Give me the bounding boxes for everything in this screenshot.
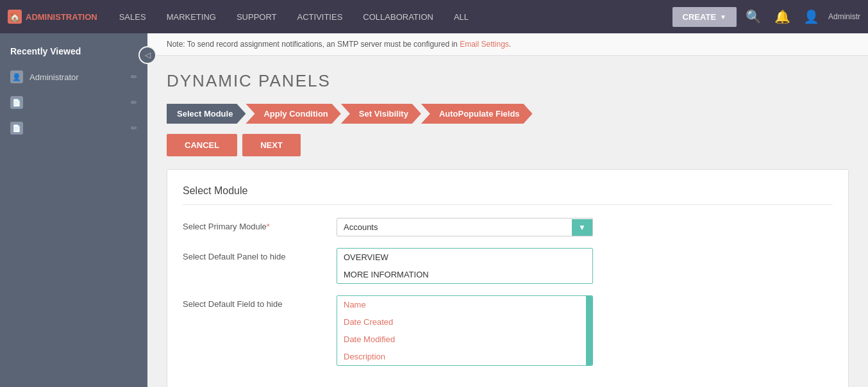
brand-label: ADMINISTRATION — [26, 12, 97, 22]
panel-option-overview[interactable]: OVERVIEW — [337, 249, 592, 266]
primary-module-row: Select Primary Module* Accounts ▼ — [183, 218, 833, 236]
doc1-icon: 📄 — [10, 96, 23, 109]
primary-module-control: Accounts ▼ — [337, 218, 593, 236]
sidebar: ◁ Recently Viewed 👤 Administrator ✏ 📄 ✏ … — [0, 33, 147, 387]
home-icon: 🏠 — [8, 10, 22, 24]
default-panel-listbox[interactable]: OVERVIEW MORE INFORMATION — [337, 248, 593, 284]
nav-sales[interactable]: SALES — [109, 0, 156, 33]
sidebar-collapse-button[interactable]: ◁ — [138, 46, 156, 64]
edit-icon[interactable]: ✏ — [131, 72, 137, 81]
default-panel-label: Select Default Panel to hide — [183, 248, 324, 261]
user-profile-button[interactable]: 👤 — [799, 6, 823, 27]
doc2-icon: 📄 — [10, 122, 23, 135]
search-button[interactable]: 🔍 — [742, 6, 765, 27]
default-field-listbox[interactable]: Name Date Created Date Modified Descript… — [337, 295, 593, 366]
primary-module-select[interactable]: Accounts ▼ — [337, 218, 593, 236]
next-button[interactable]: NEXT — [242, 134, 301, 156]
form-card-title: Select Module — [183, 185, 833, 205]
edit-icon3[interactable]: ✏ — [131, 124, 137, 133]
primary-module-value: Accounts — [337, 218, 572, 236]
field-option-description[interactable]: Description — [337, 348, 592, 365]
nav-marketing[interactable]: MARKETING — [156, 0, 226, 33]
nav-support[interactable]: SUPPORT — [226, 0, 287, 33]
default-field-label: Select Default Field to hide — [183, 295, 324, 309]
layout: ◁ Recently Viewed 👤 Administrator ✏ 📄 ✏ … — [0, 33, 868, 387]
sidebar-item-doc2[interactable]: 📄 ✏ — [0, 115, 147, 141]
default-panel-control: OVERVIEW MORE INFORMATION — [337, 248, 593, 284]
field-options-list: Name Date Created Date Modified Descript… — [337, 296, 592, 365]
form-card: Select Module Select Primary Module* Acc… — [167, 169, 849, 387]
nav-items: SALES MARKETING SUPPORT ACTIVITIES COLLA… — [109, 0, 672, 33]
top-nav: 🏠 ADMINISTRATION SALES MARKETING SUPPORT… — [0, 0, 868, 33]
default-panel-row: Select Default Panel to hide OVERVIEW MO… — [183, 248, 833, 284]
main-content: Note: To send record assignment notifica… — [147, 33, 868, 387]
wizard-step-set-visibility[interactable]: Set Visibility — [341, 104, 421, 124]
default-field-control: Name Date Created Date Modified Descript… — [337, 295, 593, 366]
wizard-step-autopopulate-fields[interactable]: AutoPopulate Fields — [421, 104, 533, 124]
home-nav[interactable]: 🏠 ADMINISTRATION — [8, 10, 97, 24]
wizard-steps: Select Module Apply Condition Set Visibi… — [167, 104, 849, 124]
create-arrow-icon: ▼ — [720, 13, 726, 21]
administrator-icon: 👤 — [10, 70, 23, 83]
nav-actions: CREATE ▼ 🔍 🔔 👤 Administr — [672, 6, 860, 27]
field-option-name[interactable]: Name — [337, 296, 592, 313]
notifications-button[interactable]: 🔔 — [771, 6, 794, 27]
required-indicator: * — [267, 222, 270, 231]
field-listbox-scrollbar[interactable] — [586, 296, 592, 365]
notice-text: Note: To send record assignment notifica… — [167, 40, 460, 49]
page-body: DYNAMIC PANELS Select Module Apply Condi… — [147, 56, 868, 387]
cancel-button[interactable]: CANCEL — [167, 134, 237, 156]
primary-module-label: Select Primary Module* — [183, 218, 324, 231]
recently-viewed-header: Recently Viewed — [0, 33, 147, 64]
nav-all[interactable]: ALL — [444, 0, 479, 33]
default-field-row: Select Default Field to hide Name Date C… — [183, 295, 833, 366]
page-title: DYNAMIC PANELS — [167, 71, 849, 91]
email-settings-link[interactable]: Email Settings — [460, 40, 509, 49]
wizard-step-apply-condition[interactable]: Apply Condition — [246, 104, 340, 124]
panel-options-list: OVERVIEW MORE INFORMATION — [337, 249, 592, 283]
action-buttons: CANCEL NEXT — [167, 134, 849, 156]
sidebar-item-doc1[interactable]: 📄 ✏ — [0, 90, 147, 115]
notice-bar: Note: To send record assignment notifica… — [147, 33, 868, 56]
wizard-step-select-module[interactable]: Select Module — [167, 104, 246, 124]
sidebar-item-label: Administrator — [29, 72, 124, 82]
nav-activities[interactable]: ACTIVITIES — [287, 0, 353, 33]
sidebar-item-administrator[interactable]: 👤 Administrator ✏ — [0, 64, 147, 90]
nav-collaboration[interactable]: COLLABORATION — [353, 0, 444, 33]
primary-module-dropdown-arrow[interactable]: ▼ — [572, 219, 592, 236]
admin-name-label: Administr — [828, 12, 860, 21]
field-option-date-modified[interactable]: Date Modified — [337, 331, 592, 348]
edit-icon2[interactable]: ✏ — [131, 98, 137, 107]
panel-option-more-info[interactable]: MORE INFORMATION — [337, 266, 592, 283]
notice-suffix: . — [509, 40, 511, 49]
field-option-date-created[interactable]: Date Created — [337, 313, 592, 331]
create-button[interactable]: CREATE ▼ — [672, 7, 737, 27]
